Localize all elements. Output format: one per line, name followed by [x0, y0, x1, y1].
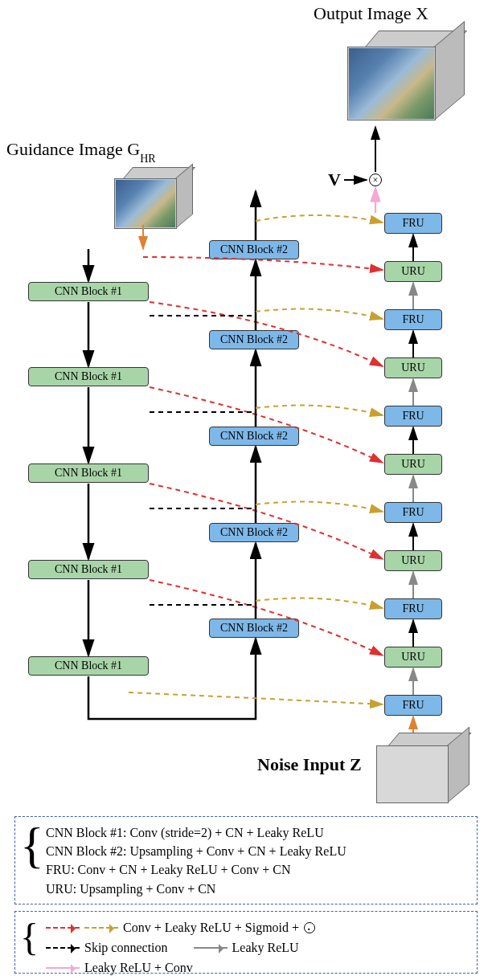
fru-bottom: FRU	[384, 695, 442, 716]
cnn-block-2-level-3: CNN Block #2	[209, 427, 299, 446]
brace-icon: {	[20, 920, 39, 954]
cnn-block-2-level-1: CNN Block #2	[209, 240, 299, 259]
legend-uru: URU: Upsampling + Conv + CN	[46, 880, 470, 898]
v-label: V	[328, 169, 341, 190]
legend-pink-arrow: Leaky ReLU + Conv	[46, 958, 470, 978]
legend-arrow-definitions: { Conv + Leaky ReLU + Sigmoid + Skip con…	[14, 911, 478, 974]
fru-4: FRU	[384, 502, 442, 523]
cnn-block-2-level-4: CNN Block #2	[209, 523, 299, 542]
cnn-block-2-level-5: CNN Block #2	[209, 619, 299, 638]
noise-label: Noise Input Z	[257, 754, 362, 775]
uru-3: URU	[384, 454, 442, 475]
fru-3: FRU	[384, 406, 442, 427]
uru-4: URU	[384, 550, 442, 571]
legend-block-definitions: { CNN Block #1: Conv (stride=2) + CN + L…	[14, 816, 478, 904]
brace-icon: {	[20, 823, 44, 868]
legend-fru: FRU: Conv + CN + Leaky ReLU + Conv + CN	[46, 860, 470, 879]
fru-2: FRU	[384, 309, 442, 330]
gray-solid-arrow-icon	[194, 947, 228, 949]
gold-dashed-arrow-icon	[84, 927, 118, 929]
cnn-block-1-level-5: CNN Block #1	[28, 656, 149, 676]
fru-5: FRU	[384, 598, 442, 619]
title-guidance: Guidance Image GHR	[6, 139, 156, 162]
cnn-block-1-level-4: CNN Block #1	[28, 560, 149, 579]
uru-5: URU	[384, 647, 442, 668]
odot-icon	[304, 922, 315, 933]
legend-cnn1: CNN Block #1: Conv (stride=2) + CN + Lea…	[46, 823, 470, 842]
black-dashed-arrow-icon	[46, 947, 80, 949]
fru-top: FRU	[384, 213, 442, 234]
cnn-block-1-level-1: CNN Block #1	[28, 282, 149, 301]
uru-1: URU	[384, 261, 442, 282]
cnn-block-1-level-2: CNN Block #1	[28, 367, 149, 386]
architecture-diagram: { "titles": { "output": "Output Image X"…	[0, 0, 492, 980]
red-dashed-arrow-icon	[46, 927, 80, 929]
legend-redgold-arrow: Conv + Leaky ReLU + Sigmoid +	[46, 918, 470, 938]
cnn-block-1-level-3: CNN Block #1	[28, 463, 149, 483]
cnn-block-2-level-2: CNN Block #2	[209, 330, 299, 349]
legend-skip-and-leaky: Skip connection Leaky ReLU	[46, 938, 470, 958]
title-output: Output Image X	[314, 3, 428, 24]
pink-solid-arrow-icon	[46, 967, 80, 969]
uru-2: URU	[384, 357, 442, 378]
legend-cnn2: CNN Block #2: Upsampling + Conv + CN + L…	[46, 842, 470, 860]
elementwise-multiply-icon: ×	[369, 174, 382, 186]
